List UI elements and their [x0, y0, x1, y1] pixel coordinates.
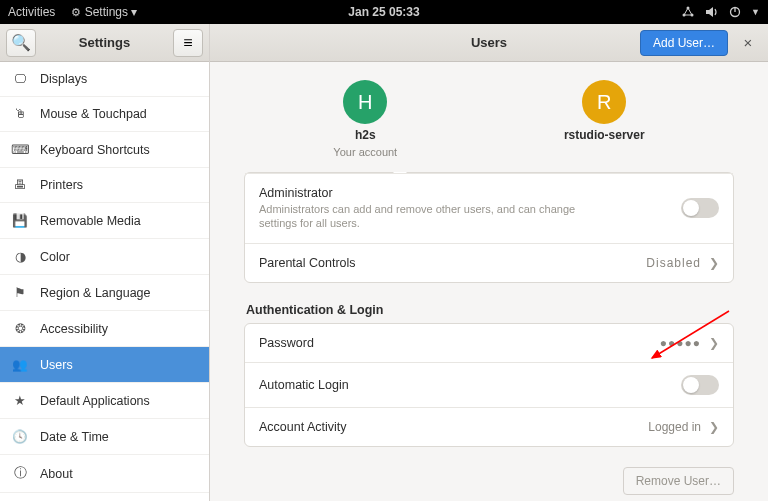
- topbar-clock[interactable]: Jan 25 05:33: [348, 5, 419, 19]
- chevron-right-icon: ❯: [709, 256, 719, 270]
- main-header: Users Add User… ×: [210, 24, 768, 62]
- account-settings-panel: Administrator Administrators can add and…: [244, 172, 734, 283]
- add-user-button[interactable]: Add User…: [640, 30, 728, 56]
- sidebar-item-default-applications[interactable]: ★Default Applications: [0, 383, 209, 419]
- sidebar-item-color[interactable]: ◑Color: [0, 239, 209, 275]
- row-title: Automatic Login: [259, 378, 349, 392]
- password-row[interactable]: Password ●●●●● ❯: [245, 324, 733, 362]
- sidebar-icon: ◑: [12, 249, 28, 264]
- users-selector: H h2s Your account R rstudio-server: [210, 62, 768, 172]
- sidebar-item-printers[interactable]: 🖶Printers: [0, 168, 209, 203]
- user-name: h2s: [355, 128, 376, 142]
- gear-icon: ⚙: [71, 6, 81, 18]
- user-card-h2s[interactable]: H h2s Your account: [333, 80, 397, 158]
- sidebar-icon: 🕓: [12, 429, 28, 444]
- chevron-right-icon: ❯: [709, 336, 719, 350]
- row-title: Account Activity: [259, 420, 347, 434]
- account-activity-row[interactable]: Account Activity Logged in ❯: [245, 407, 733, 446]
- sidebar-item-about[interactable]: ⓘAbout: [0, 455, 209, 493]
- sidebar-item-label: Region & Language: [40, 286, 151, 300]
- sidebar-item-label: Color: [40, 250, 70, 264]
- row-value: Logged in: [648, 420, 701, 434]
- administrator-row[interactable]: Administrator Administrators can add and…: [245, 173, 733, 243]
- volume-icon[interactable]: [705, 6, 719, 18]
- sidebar-item-label: Mouse & Touchpad: [40, 107, 147, 121]
- automatic-login-row[interactable]: Automatic Login: [245, 362, 733, 407]
- sidebar-item-label: Default Applications: [40, 394, 150, 408]
- row-title: Parental Controls: [259, 256, 356, 270]
- sidebar-item-mouse-touchpad[interactable]: 🖱Mouse & Touchpad: [0, 97, 209, 132]
- sidebar-item-label: Accessibility: [40, 322, 108, 336]
- sidebar-item-label: Keyboard Shortcuts: [40, 143, 150, 157]
- power-icon[interactable]: [729, 6, 741, 18]
- sidebar-item-label: Date & Time: [40, 430, 109, 444]
- close-icon: ×: [744, 34, 753, 51]
- sidebar-icon: 💾: [12, 213, 28, 228]
- sidebar-icon: ❂: [12, 321, 28, 336]
- sidebar-icon: ⚑: [12, 285, 28, 300]
- sidebar-item-label: Removable Media: [40, 214, 141, 228]
- auth-panel: Password ●●●●● ❯ Automatic Login Account…: [244, 323, 734, 447]
- sidebar-item-label: Printers: [40, 178, 83, 192]
- auth-section-title: Authentication & Login: [246, 303, 734, 317]
- sidebar-icon: 🖱: [12, 107, 28, 121]
- search-button[interactable]: 🔍: [6, 29, 36, 57]
- chevron-down-icon: ▼: [751, 7, 760, 17]
- sidebar-title: Settings: [40, 35, 169, 50]
- sidebar-item-removable-media[interactable]: 💾Removable Media: [0, 203, 209, 239]
- parental-controls-row[interactable]: Parental Controls Disabled ❯: [245, 243, 733, 282]
- settings-sidebar: 🔍 Settings ≡ 🖵Displays🖱Mouse & Touchpad⌨…: [0, 24, 210, 501]
- topbar-app-menu[interactable]: ⚙ Settings ▾: [71, 5, 137, 19]
- search-icon: 🔍: [11, 33, 31, 52]
- sidebar-item-region-language[interactable]: ⚑Region & Language: [0, 275, 209, 311]
- sidebar-icon: 🖶: [12, 178, 28, 192]
- row-title: Password: [259, 336, 314, 350]
- avatar: H: [343, 80, 387, 124]
- user-name: rstudio-server: [564, 128, 645, 142]
- sidebar-icon: ★: [12, 393, 28, 408]
- sidebar-item-keyboard-shortcuts[interactable]: ⌨Keyboard Shortcuts: [0, 132, 209, 168]
- sidebar-item-label: Users: [40, 358, 73, 372]
- row-description: Administrators can add and remove other …: [259, 202, 589, 231]
- network-icon[interactable]: [681, 6, 695, 18]
- hamburger-icon: ≡: [183, 34, 192, 52]
- activities-button[interactable]: Activities: [8, 5, 55, 19]
- sidebar-item-label: Displays: [40, 72, 87, 86]
- close-button[interactable]: ×: [736, 31, 760, 55]
- remove-user-button[interactable]: Remove User…: [623, 467, 734, 495]
- sidebar-icon: ⌨: [12, 142, 28, 157]
- row-title: Administrator: [259, 186, 589, 200]
- chevron-right-icon: ❯: [709, 420, 719, 434]
- sidebar-icon: 👥: [12, 357, 28, 372]
- gnome-topbar: Activities ⚙ Settings ▾ Jan 25 05:33 ▼: [0, 0, 768, 24]
- selected-user-pointer: [392, 172, 408, 173]
- page-title: Users: [471, 35, 507, 50]
- avatar: R: [582, 80, 626, 124]
- sidebar-item-displays[interactable]: 🖵Displays: [0, 62, 209, 97]
- automatic-login-toggle[interactable]: [681, 375, 719, 395]
- sidebar-icon: 🖵: [12, 72, 28, 86]
- sidebar-item-date-time[interactable]: 🕓Date & Time: [0, 419, 209, 455]
- row-value: Disabled: [646, 256, 701, 270]
- sidebar-item-users[interactable]: 👥Users: [0, 347, 209, 383]
- user-card-rstudio[interactable]: R rstudio-server: [564, 80, 645, 158]
- sidebar-icon: ⓘ: [12, 465, 28, 482]
- sidebar-item-label: About: [40, 467, 73, 481]
- administrator-toggle[interactable]: [681, 198, 719, 218]
- sidebar-item-accessibility[interactable]: ❂Accessibility: [0, 311, 209, 347]
- user-subtitle: Your account: [333, 146, 397, 158]
- menu-button[interactable]: ≡: [173, 29, 203, 57]
- row-value: ●●●●●: [660, 336, 701, 350]
